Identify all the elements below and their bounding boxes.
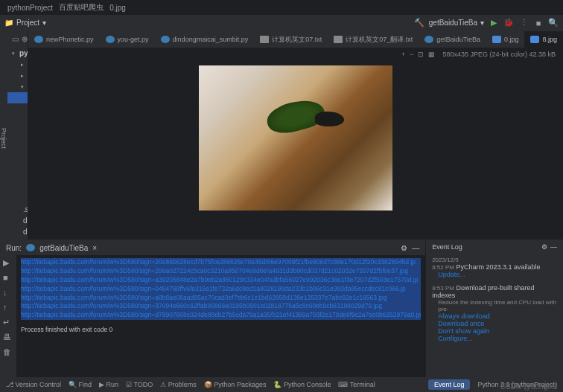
statusbar: ⎇ Version Control 🔍 Find ▶ Run ☑ TODO ⚠ …	[0, 377, 563, 392]
status-item[interactable]: ⌨ Terminal	[338, 381, 375, 388]
event-link[interactable]: Download once	[432, 320, 557, 327]
hammer-icon[interactable]: 🔨	[414, 18, 424, 28]
tree-folder[interactable]: ▾百度贴吧爬虫	[7, 81, 28, 92]
image-content	[199, 65, 392, 211]
stop-icon[interactable]: ■	[533, 18, 544, 28]
editor-tab[interactable]: 0.jpg	[486, 31, 525, 48]
down-icon[interactable]: ↓	[3, 288, 13, 298]
wrap-icon[interactable]: ↵	[3, 318, 13, 328]
status-item[interactable]: ☑ TODO	[126, 381, 153, 388]
tree-header: ▭ ⊕ ⚙ —	[7, 31, 28, 46]
console-link[interactable]: http://tiebapic.baidu.com/forum/w%3D580/…	[21, 276, 421, 285]
console-link[interactable]: http://tiebapic.baidu.com/forum/w%3D580/…	[21, 285, 421, 294]
tree-file[interactable]: dindangxiehuan_sumbit.py	[7, 215, 28, 226]
tree-file[interactable]: 3.jpg	[7, 126, 28, 137]
status-item[interactable]: ▶ Run	[99, 381, 118, 388]
zoom-out-icon[interactable]: −	[410, 51, 413, 58]
collapse-icon[interactable]: ▭	[12, 35, 19, 43]
grid-icon[interactable]: ▦	[428, 51, 435, 58]
event-link[interactable]: Update...	[432, 271, 557, 278]
event-link[interactable]: Don't show again	[432, 327, 557, 335]
tree-file[interactable]: 8.jpg	[7, 181, 28, 193]
run-gutter: ▶ ■ ↓ ↑ ↵ 🖶 🗑	[0, 255, 16, 377]
event-log-button[interactable]: Event Log	[428, 379, 471, 390]
settings-icon[interactable]: ⚙	[541, 243, 547, 251]
menu-item[interactable]: 百度贴吧爬虫	[59, 2, 104, 13]
tree-file[interactable]: 2.jpg	[7, 115, 28, 126]
rerun-icon[interactable]: ▶	[3, 258, 13, 269]
menubar: pythonProject 百度贴吧爬虫 0.jpg	[0, 0, 563, 15]
up-icon[interactable]: ↑	[3, 303, 13, 313]
exit-code: Process finished with exit code 0	[21, 326, 421, 335]
select-opened-icon[interactable]: ⊕	[22, 35, 28, 43]
toolbar: 📁 Project ▾ 🔨 getBaiduTieBa ▾ ▶ 🐞 ⋮ ■ 🔍	[0, 15, 563, 31]
editor-tab[interactable]: dindongmaicai_sumbit.py	[155, 31, 255, 48]
console-link[interactable]: http://tiebapic.baidu.com/forum/w%3D580/…	[21, 258, 421, 267]
tree-root[interactable]: ▾pythonProject ~/PycharmProjects/pythonP…	[7, 48, 28, 59]
status-item[interactable]: ⚠ Problems	[160, 381, 197, 388]
editor-tab[interactable]: 计算机英文07_翻译.txt	[328, 31, 419, 48]
editor-area: newPhonetic.py you-get.py dindongmaicai_…	[28, 31, 563, 240]
image-info: 580x435 JPEG (24-bit color) 42.38 kB	[442, 51, 556, 58]
search-icon[interactable]: 🔍	[548, 18, 559, 28]
run-panel: Run: getBaiduTieBa × ⚙ — ▶ ■ ↓ ↑ ↵ 🖶 🗑 h…	[0, 240, 425, 377]
tree-file[interactable]: dindongmaicai_sumbit_best.py	[7, 237, 28, 240]
console-link[interactable]: http://tiebapic.baidu.com/forum/w%3D580/…	[21, 267, 421, 276]
image-viewer[interactable]	[28, 61, 563, 240]
settings-icon[interactable]: ⚙	[401, 244, 407, 252]
tree-folder-venv[interactable]: ▸venv	[7, 59, 28, 70]
more-icon[interactable]: ⋮	[518, 18, 529, 28]
editor-tab-active[interactable]: 8.jpg	[524, 31, 563, 48]
editor-tab[interactable]: getBaiduTieBa	[419, 31, 486, 48]
status-item[interactable]: ⎇ Version Control	[6, 381, 61, 388]
menu-item[interactable]: pythonProject	[7, 4, 53, 12]
tree-file[interactable]: 6.jpg	[7, 159, 28, 170]
event-link[interactable]: Configure...	[432, 335, 557, 342]
editor-tab[interactable]: you-get.py	[100, 31, 155, 48]
tree-file[interactable]: getBaiduTieBa.py	[7, 193, 28, 204]
console-link[interactable]: http://tiebapic.baidu.com/forum/w%3D580/…	[21, 294, 421, 303]
event-date: 2023/12/5	[432, 257, 557, 263]
hide-icon[interactable]: —	[412, 244, 419, 252]
project-tool-tab[interactable]: Project	[0, 31, 7, 240]
status-item[interactable]: 📦 Python Packages	[204, 381, 267, 388]
editor-tab[interactable]: 计算机英文07.txt	[254, 31, 328, 48]
tree-file[interactable]: 1.jpg	[7, 103, 28, 115]
editor-tab[interactable]: newPhonetic.py	[28, 31, 100, 48]
event-log-header: Event Log⚙—	[432, 243, 557, 251]
run-icon[interactable]: ▶	[489, 18, 499, 28]
tree-file[interactable]: 7.jpg	[7, 170, 28, 181]
project-selector[interactable]: 📁 Project ▾	[4, 19, 46, 27]
run-header: Run: getBaiduTieBa × ⚙ —	[0, 240, 425, 255]
event-title: PyCharm 2023.3.1 available	[456, 263, 540, 271]
console-link[interactable]: http://tiebapic.baidu.com/forum/w%3D580/…	[21, 311, 421, 320]
event-desc: Reduce the indexing time and CPU load wi…	[432, 299, 557, 312]
hide-icon[interactable]: —	[550, 243, 557, 251]
stop-icon[interactable]: ■	[3, 273, 13, 283]
run-config-name: getBaiduTieBa	[39, 244, 88, 252]
event-link[interactable]: Always download	[432, 312, 557, 320]
tree-file[interactable]: dindongmaicai_sumbit.py	[7, 226, 28, 237]
project-tree: ▭ ⊕ ⚙ — ▾pythonProject ~/PycharmProjects…	[7, 31, 28, 240]
debug-icon[interactable]: 🐞	[503, 18, 514, 28]
status-item[interactable]: 🐍 Python Console	[273, 381, 331, 388]
run-config-selector[interactable]: getBaiduTieBa ▾	[429, 19, 484, 27]
tree-file[interactable]: .screenshot2022-0423_06-20-16-695761.png…	[7, 204, 28, 215]
console-link[interactable]: http://tiebapic.baidu.com/forum/w%3D580/…	[21, 302, 421, 311]
zoom-in-icon[interactable]: +	[401, 51, 405, 58]
tree-file[interactable]: 5.jpg	[7, 148, 28, 159]
menu-item[interactable]: 0.jpg	[109, 4, 126, 12]
watermark: CSDN @donglxd	[500, 382, 557, 391]
fit-icon[interactable]: ⊡	[418, 51, 424, 58]
print-icon[interactable]: 🖶	[3, 332, 13, 343]
trash-icon[interactable]: 🗑	[3, 347, 13, 358]
event-log-panel: Event Log⚙— 2023/12/5 8:52 PM PyCharm 20…	[425, 240, 563, 377]
editor-tabs: newPhonetic.py you-get.py dindongmaicai_…	[28, 31, 563, 48]
console-output[interactable]: http://tiebapic.baidu.com/forum/w%3D580/…	[16, 255, 425, 377]
status-item[interactable]: 🔍 Find	[69, 381, 92, 388]
tree-folder[interactable]: ▸有道翻译	[7, 70, 28, 81]
image-toolbar: + − ⊡ ▦ 580x435 JPEG (24-bit color) 42.3…	[28, 48, 563, 61]
tree-file-selected[interactable]: 0.jpg	[7, 92, 28, 103]
tree-file[interactable]: 4.jpg	[7, 137, 28, 148]
